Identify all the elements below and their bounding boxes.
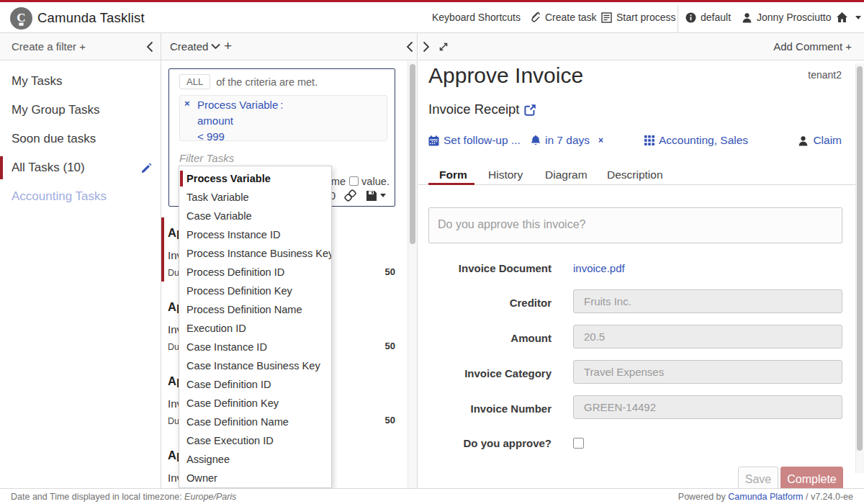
tab-form[interactable]: Form [439,168,467,181]
dropdown-option[interactable]: Process Definition ID [179,263,331,282]
copy-search-link-button[interactable] [344,189,356,202]
match-type-selector[interactable]: ALL [179,74,210,89]
filter-item-all-tasks[interactable]: All Tasks (10) [0,153,161,182]
process-definition-link[interactable]: Invoice Receipt [428,102,536,117]
task-priority: 50 [385,415,395,426]
remove-followup-button[interactable]: × [598,135,603,145]
calendar-icon [428,135,439,146]
sort-by-dropdown[interactable]: Created [170,40,220,53]
brand: C Camunda Tasklist [10,6,145,30]
caret-down-icon [855,16,861,19]
tenant-badge: tenant2 [808,69,842,81]
dropdown-option[interactable]: Process Definition Key [179,282,331,300]
user-icon [798,135,809,146]
tab-history[interactable]: History [488,168,523,181]
field-label-invoice-category: Invoice Category [418,367,552,379]
add-comment-button[interactable]: Add Comment + [773,40,852,53]
filters-sidebar: Create a filter + My Tasks My Group Task… [0,33,161,488]
approval-comment-input[interactable] [428,207,842,243]
field-label-invoice-number: Invoice Number [418,402,552,415]
match-value-checkbox[interactable] [349,176,359,186]
timezone-value: Europe/Paris [184,492,236,502]
app-header: C Camunda Tasklist Keyboard Shortcuts Cr… [0,2,864,33]
field-label-amount: Amount [418,332,552,344]
camunda-platform-link[interactable]: Camunda Platform [728,492,803,502]
task-priority: 50 [385,266,395,277]
save-icon [366,190,377,202]
dropdown-option[interactable]: Task Variable [179,188,331,207]
dropdown-option[interactable]: Process Instance Business Key [179,244,331,263]
chevron-down-icon [211,43,220,50]
due-date-button[interactable]: in 7 days × [531,134,603,147]
criteria-operator[interactable]: < [197,130,204,143]
dropdown-option[interactable]: Process Definition Name [179,300,331,319]
start-process-button[interactable]: Start process [601,2,675,32]
invoice-category-input[interactable] [573,360,842,384]
add-sorting-button[interactable]: + [224,38,232,54]
tab-description[interactable]: Description [607,168,663,181]
search-type-dropdown: Process Variable Task Variable Case Vari… [179,166,332,488]
tab-diagram[interactable]: Diagram [545,168,588,181]
invoice-number-input[interactable] [573,395,842,419]
invoice-pdf-link[interactable]: invoice.pdf [573,262,625,274]
external-link-icon [524,104,536,116]
task-detail-title: Approve Invoice [428,63,583,88]
claim-button[interactable]: Claim [798,134,842,147]
dropdown-option[interactable]: Process Instance ID [179,225,331,244]
dropdown-option[interactable]: Case Execution ID [179,431,331,450]
criteria-type[interactable]: Process Variable [197,99,278,111]
collapse-sidebar-button[interactable] [146,41,153,53]
set-followup-button[interactable]: Set follow-up ... [428,134,521,147]
timezone-note: Date and Time displayed in local timezon… [11,492,236,502]
remove-criteria-button[interactable]: × [184,98,190,109]
pencil-icon [141,163,152,174]
dropdown-option[interactable]: Case Instance Business Key [179,356,331,375]
dropdown-option[interactable]: Case Definition Name [179,413,331,431]
dropdown-option[interactable]: Assignee [179,450,331,469]
dropdown-option[interactable]: Case Definition ID [179,375,331,394]
filter-tasks-input[interactable] [179,152,352,164]
detail-header: Add Comment + [418,33,864,60]
dropdown-option[interactable]: Case Definition Key [179,394,331,413]
detail-scrollbar-thumb[interactable] [857,66,863,451]
match-type-row: ALL of the criteria are met. [179,74,318,89]
info-circle-icon [685,12,696,23]
create-filter-button[interactable]: Create a filter + [12,40,86,53]
powered-by: Powered by Camunda Platform / v7.24.0-ee [678,492,853,502]
filter-item-accounting-tasks[interactable]: Accounting Tasks [0,182,161,211]
filter-item-my-tasks[interactable]: My Tasks [0,67,161,96]
edit-filter-button[interactable] [141,163,152,174]
dropdown-option[interactable]: Owner [179,469,331,487]
task-list-header: Created + [161,33,417,60]
collapse-task-list-button[interactable] [406,41,413,53]
user-menu[interactable]: Jonny Prosciutto [742,2,832,32]
start-process-icon [601,12,612,23]
home-menu[interactable] [836,2,861,32]
amount-input[interactable] [573,325,842,348]
search-criteria-pill[interactable]: × Process Variable: amount < 999 [179,95,387,141]
selected-task-bar [161,217,164,282]
save-button[interactable]: Save [738,467,778,488]
keyboard-shortcuts-link[interactable]: Keyboard Shortcuts [432,2,521,32]
criteria-name[interactable]: amount [197,114,233,127]
maximize-detail-button[interactable] [438,41,449,53]
complete-button[interactable]: Complete [780,467,843,488]
dropdown-option[interactable]: Case Instance ID [179,338,331,356]
groups-button[interactable]: Accounting, Sales [644,134,748,147]
engine-select[interactable]: default [685,2,731,32]
chevron-left-icon [406,41,413,53]
filter-item-my-group-tasks[interactable]: My Group Tasks [0,96,161,125]
expand-task-list-button[interactable] [423,41,430,53]
creditor-input[interactable] [573,289,842,313]
match-type-text: of the criteria are met. [216,76,318,88]
criteria-value[interactable]: 999 [207,130,225,143]
filter-item-soon-due-tasks[interactable]: Soon due tasks [0,125,161,153]
dropdown-option[interactable]: Process Variable [179,169,331,188]
dropdown-option[interactable]: Case Variable [179,207,331,225]
create-task-button[interactable]: Create task [529,2,597,32]
dropdown-option[interactable]: Execution ID [179,319,331,338]
approve-checkbox[interactable] [573,438,584,449]
save-search-button[interactable] [366,190,386,202]
task-list-scrollbar-thumb[interactable] [410,64,415,244]
link-icon [344,189,356,202]
